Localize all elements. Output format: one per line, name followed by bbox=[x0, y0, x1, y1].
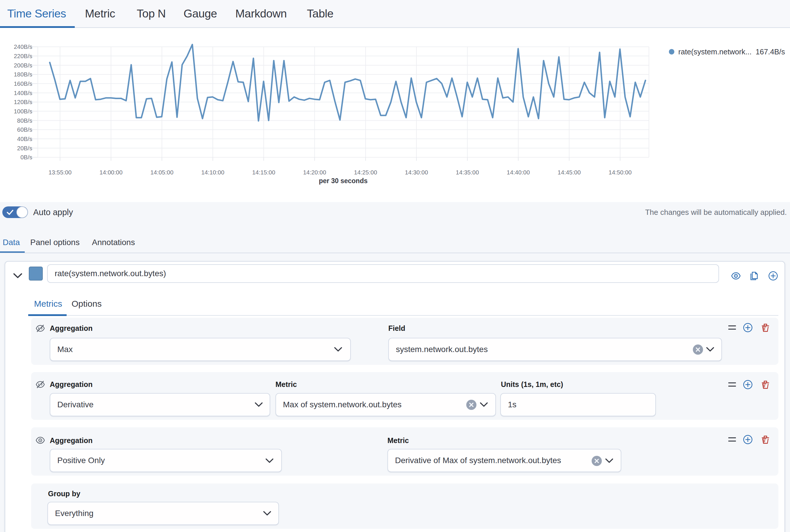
svg-text:14:50:00: 14:50:00 bbox=[608, 169, 631, 176]
svg-text:14:15:00: 14:15:00 bbox=[252, 169, 275, 176]
svg-text:14:30:00: 14:30:00 bbox=[405, 169, 428, 176]
svg-text:140B/s: 140B/s bbox=[14, 90, 32, 96]
svg-text:20B/s: 20B/s bbox=[17, 145, 32, 151]
svg-text:14:45:00: 14:45:00 bbox=[557, 169, 581, 176]
svg-text:240B/s: 240B/s bbox=[14, 44, 32, 50]
svg-text:40B/s: 40B/s bbox=[17, 136, 32, 142]
svg-text:200B/s: 200B/s bbox=[14, 62, 32, 69]
svg-text:13:55:00: 13:55:00 bbox=[49, 169, 72, 176]
svg-text:14:35:00: 14:35:00 bbox=[456, 169, 479, 176]
svg-text:14:00:00: 14:00:00 bbox=[99, 169, 123, 176]
svg-text:180B/s: 180B/s bbox=[14, 71, 32, 78]
svg-text:14:20:00: 14:20:00 bbox=[303, 169, 326, 176]
svg-text:14:10:00: 14:10:00 bbox=[201, 169, 224, 176]
svg-text:14:40:00: 14:40:00 bbox=[507, 169, 530, 176]
svg-text:14:05:00: 14:05:00 bbox=[150, 169, 173, 176]
svg-text:120B/s: 120B/s bbox=[14, 99, 32, 105]
svg-text:60B/s: 60B/s bbox=[17, 127, 32, 133]
svg-text:100B/s: 100B/s bbox=[14, 108, 32, 115]
svg-text:per 30 seconds: per 30 seconds bbox=[319, 177, 367, 185]
svg-text:14:25:00: 14:25:00 bbox=[354, 169, 377, 176]
svg-text:220B/s: 220B/s bbox=[14, 53, 32, 59]
svg-text:80B/s: 80B/s bbox=[17, 117, 32, 124]
svg-text:160B/s: 160B/s bbox=[14, 80, 32, 87]
svg-text:0B/s: 0B/s bbox=[20, 154, 32, 160]
svg-text:rate(system.network...167.4B/s: rate(system.network...167.4B/s bbox=[678, 48, 785, 56]
